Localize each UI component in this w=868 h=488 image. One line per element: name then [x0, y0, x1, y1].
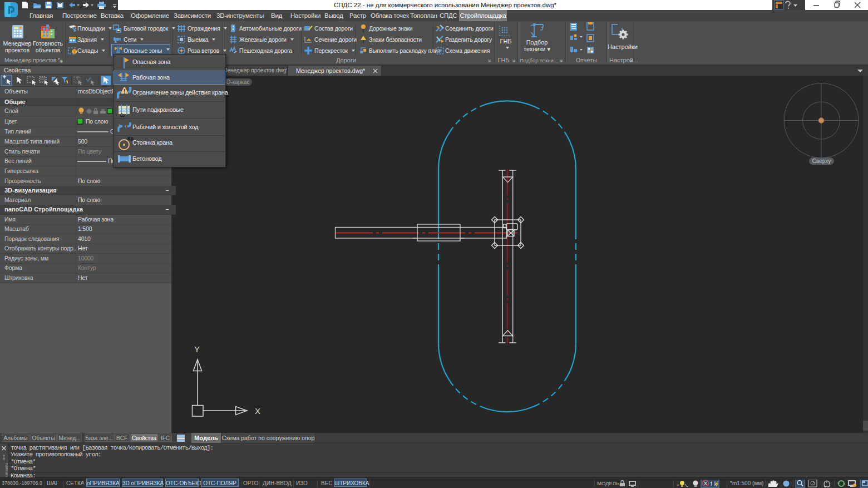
- svg-text:Кр: Кр: [127, 136, 134, 141]
- svg-text:Коман...: Коман...: [4, 463, 8, 478]
- svg-text:!: !: [124, 88, 125, 95]
- svg-text:Сверху: Сверху: [812, 158, 831, 164]
- svg-text:X: X: [255, 406, 260, 416]
- svg-text:Y: Y: [194, 344, 200, 354]
